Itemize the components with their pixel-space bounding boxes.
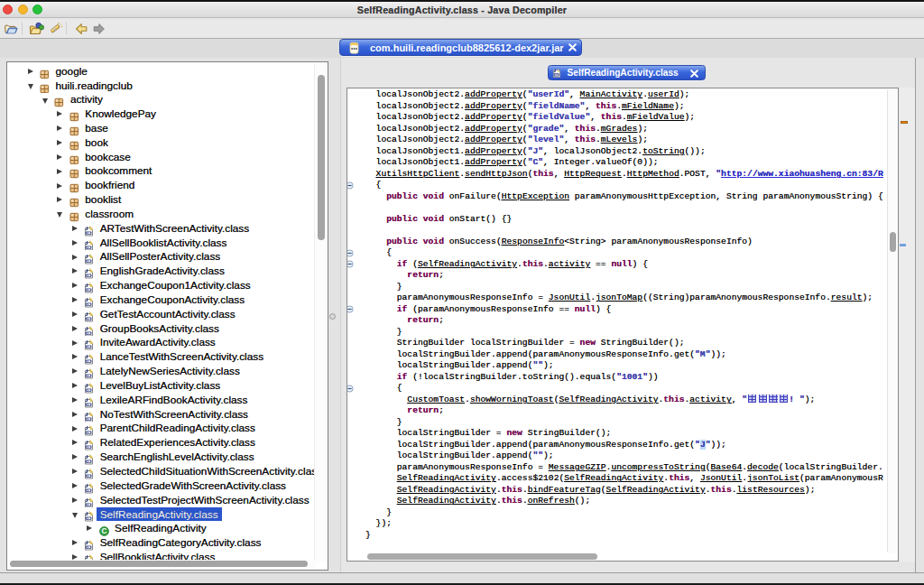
- svg-text:C: C: [101, 528, 106, 536]
